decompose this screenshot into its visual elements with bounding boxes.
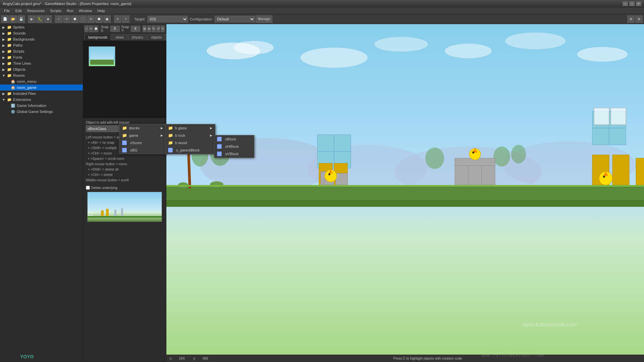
mini-map[interactable] <box>87 192 162 222</box>
tree-extensions[interactable]: ▼ 📁 Extensions <box>0 97 83 103</box>
toolbar-btn8[interactable]: ≡ <box>114 15 121 23</box>
room-tb-r3[interactable]: ↻ <box>161 25 165 32</box>
svg-point-25 <box>511 145 526 164</box>
tab-physics[interactable]: physics <box>128 34 147 41</box>
toolbar-btn7[interactable]: ◼ <box>103 15 111 23</box>
ctx-item-game[interactable]: 📁 game ▶ <box>119 132 166 139</box>
room-tb-check[interactable]: ✓ <box>85 25 89 32</box>
menu-window[interactable]: Window <box>76 8 95 13</box>
toolbar-btn4[interactable]: ➕ <box>79 15 87 23</box>
delete-underlying-checkbox[interactable] <box>86 186 90 190</box>
tree-sounds[interactable]: ▶ 📁 Sounds <box>0 30 83 36</box>
close-button[interactable]: ✕ <box>636 1 641 6</box>
room-tb-snap[interactable]: ⊕ <box>147 25 151 32</box>
room-tb-add[interactable]: 🔲 <box>94 25 98 32</box>
preview-area <box>83 41 166 118</box>
window-controls[interactable]: — □ ✕ <box>623 1 641 6</box>
tab-backgrounds[interactable]: backgrounds <box>85 34 111 41</box>
menu-help[interactable]: Help <box>95 8 108 13</box>
snap-x-input[interactable] <box>110 26 120 32</box>
context-submenu-1[interactable]: 📁 b glass ▶ 📁 b rock ▶ 📁 b wood o_parent… <box>165 124 215 154</box>
ctx-sub1-brock[interactable]: 📁 b rock ▶ <box>165 132 215 139</box>
ctx-sub1-bwood[interactable]: 📁 b wood <box>165 139 215 146</box>
content-area: www.fullcrackindir.com x: 184 y: 456 Pre… <box>166 24 644 362</box>
tree-global-settings[interactable]: ⚙️ Global Game Settings <box>0 109 83 115</box>
yoyo-logo: YOYO <box>20 354 34 359</box>
ctx-item-oscore[interactable]: oScore <box>119 139 166 146</box>
svg-rect-56 <box>468 165 482 185</box>
menu-edit[interactable]: Edit <box>13 8 24 13</box>
tree-room-game-label: room_game <box>17 85 37 89</box>
toolbar-grid[interactable]: ⊞ <box>627 15 635 23</box>
context-menu-main[interactable]: 📁 blocks ▶ 📁 game ▶ oScore oBG <box>119 124 166 154</box>
toolbar-run[interactable]: ▶ <box>28 15 36 23</box>
tree-paths[interactable]: ▶ 📁 Paths <box>0 42 83 48</box>
ctx-sub1-bglass[interactable]: 📁 b glass ▶ <box>165 124 215 132</box>
toolbar-save[interactable]: 💾 <box>17 15 25 23</box>
manage-button[interactable]: Manage <box>256 15 272 23</box>
maximize-button[interactable]: □ <box>629 1 635 6</box>
tree-scripts[interactable]: ▶ 📁 Scripts <box>0 48 83 54</box>
toolbar-debug[interactable]: 🐛 <box>36 15 44 23</box>
svg-rect-46 <box>592 111 609 128</box>
toolbar-crosshair[interactable]: ⊕ <box>635 15 643 23</box>
svg-point-23 <box>425 147 444 169</box>
room-tb-back[interactable]: ↩ <box>89 25 93 32</box>
room-tb-r2[interactable]: ↺ <box>156 25 160 32</box>
toolbar-btn2[interactable]: ↩ <box>63 15 70 23</box>
tree-room-game[interactable]: 🏠 room_game <box>0 84 83 90</box>
tree-game-info[interactable]: ℹ️ Game Information <box>0 103 83 109</box>
ctx-bglass-arrow: ▶ <box>210 126 212 130</box>
ctx-item-blocks[interactable]: 📁 blocks ▶ <box>119 124 166 132</box>
ext-expand-icon: ▼ <box>1 97 6 102</box>
menu-scripts[interactable]: Scripts <box>47 8 64 13</box>
tree-room-menu[interactable]: 🏠 room_menu <box>0 78 83 84</box>
tree-rooms[interactable]: ▼ 📁 Rooms <box>0 72 83 78</box>
watermark: www.fullcrackindir.com <box>523 322 577 328</box>
ctx-ohblock-label: oHBlock <box>225 144 239 148</box>
ctx-sub2-ohblock[interactable]: oHBlock <box>214 143 254 150</box>
tree-room-menu-label: room_menu <box>17 79 37 83</box>
ctx-sub2-ovblock[interactable]: oVBlock <box>214 150 254 158</box>
tree-backgrounds[interactable]: ▶ 📁 Backgrounds <box>0 36 83 42</box>
target-select[interactable]: iOS Windows Android <box>148 16 188 22</box>
ctx-sub2-oblock[interactable]: oBlock <box>214 135 254 143</box>
ext-folder-icon: 📁 <box>7 98 12 102</box>
toolbar-new[interactable]: 📄 <box>1 15 9 23</box>
tree-timelines-label: Time Lines <box>13 61 31 65</box>
toolbar-btn9[interactable]: + <box>122 15 129 23</box>
context-submenu-2[interactable]: oBlock oHBlock oVBlock <box>214 135 254 158</box>
room-tb-grid[interactable]: ⊞ <box>143 25 147 32</box>
menu-resources[interactable]: Resources <box>24 8 48 13</box>
ctx-sub1-oparentblock[interactable]: o_parentBlock <box>165 146 215 154</box>
main-area: ▶ 📁 Sprites ▶ 📁 Sounds ▶ 📁 Backgrounds ▶… <box>0 24 644 362</box>
toolbar-btn5[interactable]: ✕ <box>87 15 95 23</box>
ctx-game-folder-icon: 📁 <box>122 133 127 138</box>
tree-sprites[interactable]: ▶ 📁 Sprites <box>0 24 83 30</box>
ctx-item-obg[interactable]: oBG <box>119 146 166 154</box>
tree-timelines[interactable]: ▶ 📁 Time Lines <box>0 60 83 66</box>
toolbar-btn1[interactable]: ✓ <box>55 15 62 23</box>
snap-y-input[interactable] <box>131 26 140 32</box>
svg-rect-5 <box>114 209 116 217</box>
svg-rect-7 <box>88 216 162 218</box>
toolbar-btn6[interactable]: 🔲 <box>95 15 103 23</box>
room-tb-r1[interactable]: ↻ <box>152 25 156 32</box>
room-editor-panel: ✓ ↩ 🔲 Snap X: Snap Y: ⊞ ⊕ ↻ ↺ ↻ backgrou… <box>83 24 166 362</box>
menu-run[interactable]: Run <box>64 8 76 13</box>
tab-views[interactable]: views <box>112 34 127 41</box>
svg-point-15 <box>505 33 566 49</box>
toolbar-stop[interactable]: ■ <box>44 15 52 23</box>
tab-objects[interactable]: objects <box>148 34 166 41</box>
config-select[interactable]: Default <box>215 16 255 22</box>
toolbar-open[interactable]: 📂 <box>9 15 17 23</box>
game-scene[interactable]: www.fullcrackindir.com <box>166 24 644 355</box>
tree-objects[interactable]: ▶ 📁 Objects <box>0 66 83 72</box>
tree-fonts[interactable]: ▶ 📁 Fonts <box>0 54 83 60</box>
menu-file[interactable]: File <box>1 8 13 13</box>
tree-included-files[interactable]: ▶ 📁 Included Files <box>0 90 83 97</box>
svg-rect-44 <box>592 128 609 145</box>
toolbar-btn3[interactable]: 🔲 <box>71 15 78 23</box>
info-line9: Middle mouse button = scroll <box>86 178 163 183</box>
minimize-button[interactable]: — <box>623 1 628 6</box>
